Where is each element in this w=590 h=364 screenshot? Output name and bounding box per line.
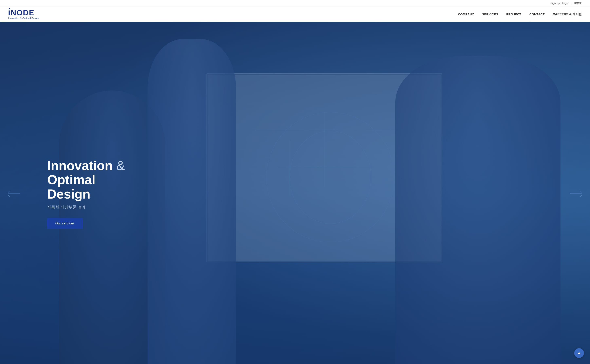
nav-careers[interactable]: CAREERS & 게시판	[553, 11, 582, 18]
site-header: Sign Up / Login | HOME i NODE Innovation…	[0, 0, 590, 22]
hero-title-design: Design	[47, 187, 90, 202]
logo[interactable]: i NODE Innovation & Optimal Design	[8, 9, 39, 20]
signup-login-link[interactable]: Sign Up / Login	[550, 2, 569, 5]
hero-title: Innovation & Optimal Design	[47, 159, 125, 201]
hero-prev-button[interactable]	[8, 191, 20, 197]
nav-services[interactable]: SERVICES	[482, 11, 498, 18]
nav-company[interactable]: COMPANY	[458, 11, 474, 18]
nav-contact[interactable]: CONTACT	[529, 11, 545, 18]
main-nav: COMPANY SERVICES PROJECT CONTACT CAREERS…	[458, 11, 582, 18]
header-main-row: i NODE Innovation & Optimal Design COMPA…	[0, 6, 590, 22]
nav-project[interactable]: PROJECT	[506, 11, 521, 18]
header-top-bar: Sign Up / Login | HOME	[0, 0, 590, 6]
chevron-up-icon	[577, 352, 581, 354]
hero-title-ampersand: &	[116, 158, 125, 173]
header-divider: |	[571, 2, 572, 5]
logo-tagline: Innovation & Optimal Design	[8, 17, 39, 20]
arrow-right-icon	[570, 194, 582, 194]
hero-cta-button[interactable]: Our services	[47, 218, 83, 229]
hero-title-optimal: Optimal	[47, 173, 95, 187]
hero-title-innovation: Innovation	[47, 158, 113, 173]
hero-subtitle: 자동차 외장부품 설계	[47, 204, 125, 210]
arrow-left-icon	[8, 194, 20, 194]
hero-content: Innovation & Optimal Design 자동차 외장부품 설계 …	[47, 159, 125, 229]
logo-brand: i NODE	[8, 9, 39, 17]
hero-next-button[interactable]	[570, 191, 582, 197]
home-link[interactable]: HOME	[574, 2, 582, 5]
logo-node: NODE	[11, 8, 35, 17]
scroll-to-top-button[interactable]	[574, 348, 584, 358]
logo-dot-i: i	[8, 9, 11, 17]
hero-section: Innovation & Optimal Design 자동차 외장부품 설계 …	[0, 22, 590, 364]
